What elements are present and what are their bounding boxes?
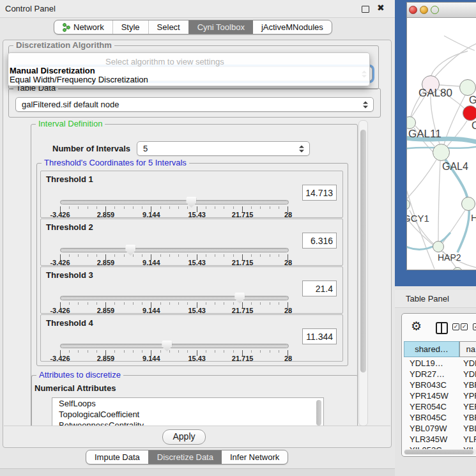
slider-track[interactable]: [60, 344, 289, 348]
cell-shared-name[interactable]: YBL079W: [410, 424, 458, 433]
slider-track[interactable]: [60, 248, 289, 252]
num-intervals-combobox[interactable]: 5: [137, 141, 310, 156]
table-row[interactable]: YER054CYER0: [402, 402, 476, 413]
list-scrollbar[interactable]: [316, 400, 321, 426]
table-row[interactable]: YBR043CYBR0: [402, 380, 476, 391]
network-node-c[interactable]: [463, 105, 476, 121]
tick-label: 2.859: [97, 355, 115, 362]
tab-network[interactable]: Network: [54, 20, 112, 34]
network-window-titlebar: [407, 3, 476, 18]
panel-scrollbar-thumb[interactable]: [360, 130, 366, 372]
tab-impute-data[interactable]: Impute Data: [86, 450, 148, 464]
cell-shared-name[interactable]: YPR145W: [410, 391, 458, 401]
cell-shared-name[interactable]: YLR345W: [410, 434, 458, 444]
cyni-toolbox-panel: Discretization Algorithm Table Data galF…: [3, 40, 392, 448]
network-node-hap2[interactable]: [433, 241, 444, 252]
apply-button[interactable]: Apply: [162, 429, 206, 445]
float-window-icon[interactable]: [362, 6, 369, 13]
threshold-value-field[interactable]: 21.4: [302, 280, 337, 296]
combobox-value: galFiltered.sif default node: [22, 100, 119, 109]
top-tab-bar: Network Style Select Cyni Toolbox jActiv…: [54, 20, 332, 35]
panel-scrollbar-track[interactable]: [358, 120, 368, 426]
control-panel: Control Panel ✖ Network Style Select Cyn…: [0, 0, 395, 476]
table-hscrollbar-thumb[interactable]: [404, 450, 473, 454]
threshold-value-field[interactable]: 6.316: [302, 233, 337, 249]
group-title: Discretization Algorithm: [13, 40, 114, 50]
table-hscrollbar[interactable]: [404, 449, 476, 455]
cell-shared-name[interactable]: YDR27…: [410, 369, 458, 379]
minimize-traffic-light[interactable]: [420, 6, 428, 14]
network-node-g[interactable]: [459, 79, 476, 96]
tab-select[interactable]: Select: [148, 20, 188, 34]
network-node-label: GAL80: [418, 87, 452, 100]
table-row[interactable]: YLR345WYLR3: [402, 434, 476, 445]
popup-option-equal-width[interactable]: Equal Width/Frequency Discretization: [10, 75, 148, 84]
tick-label: 9.144: [142, 259, 160, 266]
tick-label: 21.715: [232, 355, 254, 362]
network-canvas[interactable]: GAL80GCGAL11GAL4GCY1HHAP2: [407, 18, 476, 270]
right-side: GAL80GCGAL11GAL4GCY1HHAP2 Table Panel ⚙ …: [395, 0, 476, 476]
stepper-icon: [363, 101, 368, 108]
cell-name[interactable]: YBR0: [463, 380, 476, 390]
slider-scale: -3.4262.8599.14415.4321.71528: [60, 259, 288, 266]
table-row[interactable]: YBR045CYBR0: [402, 413, 476, 424]
close-icon[interactable]: ✖: [377, 3, 385, 13]
table-panel-title: Table Panel: [406, 294, 449, 303]
popup-option-manual[interactable]: Manual Discretization: [10, 66, 95, 75]
cell-shared-name[interactable]: YER054C: [410, 402, 458, 411]
table-data-combobox[interactable]: galFiltered.sif default node: [15, 97, 374, 112]
tick-label: 28: [284, 259, 292, 266]
cell-name[interactable]: YPR1: [463, 391, 476, 401]
tick-label: 21.715: [232, 307, 254, 314]
tab-jactivemnodules[interactable]: jActiveMNodules: [253, 20, 332, 34]
table-row[interactable]: YDL19…YDL1: [402, 358, 476, 369]
checkbox-icon[interactable]: ✓: [461, 323, 468, 330]
cell-name[interactable]: YLR3: [463, 434, 476, 444]
cell-name[interactable]: YDL1: [463, 358, 476, 368]
network-node-label: GAL4: [442, 161, 468, 173]
slider-scale: -3.4262.8599.14415.4321.71528: [60, 211, 288, 219]
slider-track[interactable]: [60, 296, 289, 300]
threshold-panel: Threshold 2 -3.4262.8599.14415.4321.7152…: [40, 219, 343, 266]
table-row[interactable]: YDR27…YDR2: [402, 369, 476, 380]
tab-cyni-toolbox[interactable]: Cyni Toolbox: [188, 20, 253, 34]
cell-name[interactable]: YDR2: [463, 369, 476, 379]
tick-label: 28: [284, 211, 292, 219]
tab-infer-network[interactable]: Infer Network: [222, 450, 288, 464]
tick-label: -3.426: [50, 211, 70, 219]
threshold-value-field[interactable]: 11.344: [302, 328, 337, 344]
checkbox-icon[interactable]: ✓: [473, 323, 476, 330]
column-layout-icon[interactable]: [436, 322, 448, 334]
cell-shared-name[interactable]: YBR043C: [410, 380, 458, 390]
group-title: Threshold's Coordinates for 5 Intervals: [42, 158, 189, 167]
threshold-value-field[interactable]: 14.713: [302, 185, 337, 201]
tick-label: 9.144: [142, 211, 160, 219]
table-row[interactable]: YBL079WYBL0: [402, 424, 476, 434]
cell-name[interactable]: YBR0: [463, 413, 476, 422]
attribute-list-item[interactable]: TopologicalCoefficient: [52, 409, 323, 420]
close-traffic-light[interactable]: [409, 6, 417, 14]
attributes-group: Attributes to discretize Numerical Attri…: [31, 375, 358, 426]
network-icon: [63, 23, 70, 32]
tab-label: Style: [121, 22, 140, 32]
stepper-icon: [299, 145, 304, 152]
attribute-list-item[interactable]: SelfLoops: [52, 398, 323, 409]
column-header-name[interactable]: na: [459, 341, 476, 357]
numerical-attributes-list[interactable]: SelfLoopsTopologicalCoefficientBetweenne…: [52, 397, 324, 426]
zoom-traffic-light[interactable]: [431, 6, 439, 14]
cell-name[interactable]: YER0: [463, 402, 476, 411]
network-node-label: H: [471, 212, 476, 223]
slider-track[interactable]: [60, 200, 289, 204]
checkbox-icon[interactable]: ✓: [452, 323, 459, 330]
tab-style[interactable]: Style: [112, 20, 148, 34]
network-view-frame: GAL80GCGAL11GAL4GCY1HHAP2: [395, 0, 476, 286]
table-row[interactable]: YPR145WYPR1: [402, 391, 476, 402]
tab-discretize-data[interactable]: Discretize Data: [148, 450, 222, 464]
cell-name[interactable]: YBL0: [463, 424, 476, 433]
network-node-h[interactable]: [461, 197, 475, 211]
column-header-shared-name[interactable]: shared…: [404, 341, 459, 357]
cell-shared-name[interactable]: YDL19…: [410, 358, 458, 368]
cell-shared-name[interactable]: YBR045C: [410, 413, 458, 422]
gear-icon[interactable]: ⚙: [411, 319, 422, 334]
network-node-gal4[interactable]: [433, 144, 450, 161]
